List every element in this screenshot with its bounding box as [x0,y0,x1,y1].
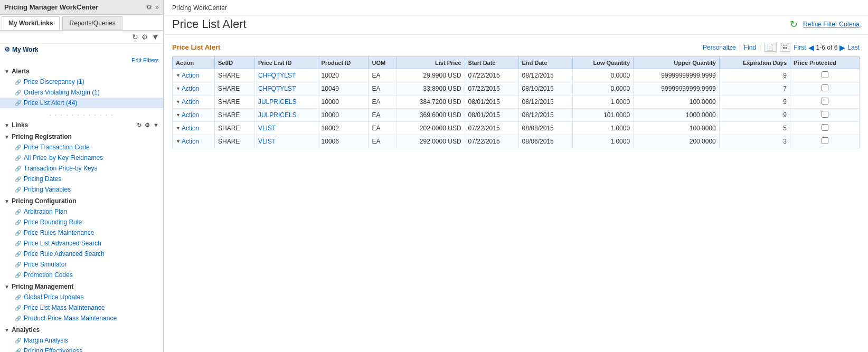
nav-item-price-list-advanced-search[interactable]: 🔗 Price List Advanced Search [0,238,163,249]
nav-item-price-simulator[interactable]: 🔗 Price Simulator [0,259,163,270]
cell-setid: SHARE [215,96,255,109]
cell-end-date: 08/12/2015 [518,69,572,82]
settings-icon[interactable]: ⚙ [141,33,148,41]
price-list-id-link[interactable]: JULPRICELS [258,111,297,119]
nav-item-price-rounding-rule[interactable]: 🔗 Price Rounding Rule [0,217,163,227]
action-dropdown[interactable]: ▼ Action [176,111,211,119]
nav-item-price-list-alert[interactable]: 🔗 Price List Alert (44) [0,98,163,108]
edit-filters[interactable]: Edit Filters [0,55,163,65]
nav-item-price-list-mass-maintenance[interactable]: 🔗 Price List Mass Maintenance [0,302,163,313]
section-pricing-management[interactable]: ▼ Pricing Management [0,280,163,292]
cell-start-date: 07/22/2015 [465,122,518,135]
nav-item-all-price-by-key-fieldnames[interactable]: 🔗 All Price-by Key Fieldnames [0,153,163,163]
main-content: Pricing WorkCenter Price List Alert ↻ Re… [164,0,868,352]
price-list-id-link[interactable]: VLIST [258,138,276,145]
cell-low-quantity: 101.0000 [572,109,633,122]
cell-setid: SHARE [215,122,255,135]
nav-item-arbitration-plan[interactable]: 🔗 Arbitration Plan [0,206,163,217]
cell-upper-quantity: 100.0000 [634,96,720,109]
cell-low-quantity: 1.0000 [572,96,633,109]
nav-item-product-price-mass-maintenance[interactable]: 🔗 Product Price Mass Maintenance [0,313,163,324]
price-list-id-link[interactable]: JULPRICELS [258,98,297,106]
section-analytics[interactable]: ▼ Analytics [0,324,163,335]
gear-icon[interactable]: ⚙ [146,4,152,11]
nav-item-pricing-dates[interactable]: 🔗 Pricing Dates [0,174,163,184]
cell-end-date: 08/10/2015 [518,82,572,96]
nav-item-margin-analysis[interactable]: 🔗 Margin Analysis [0,335,163,346]
tab-my-work-links[interactable]: My Work/Links [2,16,60,30]
cell-setid: SHARE [215,135,255,148]
action-dropdown[interactable]: ▼ Action [176,138,211,145]
nav-item-price-transaction-code[interactable]: 🔗 Price Transaction Code [0,142,163,153]
cell-price-protected [790,69,860,82]
refresh-links-icon[interactable]: ↻ [137,122,141,129]
refresh-icon[interactable]: ↻ [132,33,138,41]
col-uom: UOM [369,57,397,69]
nav-item-price-rule-advanced-search[interactable]: 🔗 Price Rule Advanced Search [0,249,163,259]
action-dropdown[interactable]: ▼ Action [176,85,211,92]
price-list-table: Action SetID Price List ID Product ID UO… [172,56,860,148]
find-link[interactable]: Find [744,44,756,51]
price-list-id-link[interactable]: CHFQTYLST [258,72,296,79]
section-alerts[interactable]: ▼ Alerts [0,65,163,77]
prev-page-icon[interactable]: ◀ [808,43,814,52]
section-pricing-registration[interactable]: ▼ Pricing Registration [0,130,163,142]
price-protected-checkbox[interactable] [822,84,828,91]
nav-item-transaction-price-by-keys[interactable]: 🔗 Transaction Price-by Keys [0,163,163,174]
cell-price-list-id: CHFQTYLST [254,82,318,96]
action-dropdown[interactable]: ▼ Action [176,98,211,106]
nav-item-pricing-variables[interactable]: 🔗 Pricing Variables [0,184,163,195]
nav-item-orders-violating-margin[interactable]: 🔗 Orders Violating Margin (1) [0,87,163,98]
cell-end-date: 08/06/2015 [518,135,572,148]
price-protected-checkbox[interactable] [822,124,828,131]
cell-action: ▼ Action [173,96,215,109]
chart-icon-btn[interactable]: ☷ [780,43,790,52]
nav-item-promotion-codes[interactable]: 🔗 Promotion Codes [0,270,163,280]
chevron-pricing-mgmt-icon: ▼ [4,284,10,290]
action-dropdown[interactable]: ▼ Action [176,125,211,132]
nav-item-price-discrepancy[interactable]: 🔗 Price Discrepancy (1) [0,77,163,87]
cell-price-list-id: JULPRICELS [254,96,318,109]
price-protected-checkbox[interactable] [822,111,828,118]
cell-price-protected [790,122,860,135]
col-upper-quantity: Upper Quantity [634,57,720,69]
tab-reports-queries[interactable]: Reports/Queries [62,16,122,30]
sidebar: Pricing Manager WorkCenter ⚙ » My Work/L… [0,0,164,352]
refresh-page-icon[interactable]: ↻ [790,18,798,30]
cell-price-list-id: VLIST [254,135,318,148]
dropdown-icon[interactable]: ▼ [152,33,159,41]
section-links[interactable]: ▼ Links ↻ ⚙ ▼ [0,119,163,130]
nav-link-icon: 🔗 [15,348,21,353]
first-page-link[interactable]: First [794,44,806,51]
view-icon-btn[interactable]: 📄 [764,43,777,52]
cell-price-protected [790,109,860,122]
page-title: Price List Alert [172,17,247,31]
cell-list-price: 29.9900 USD [397,69,465,82]
action-dropdown[interactable]: ▼ Action [176,72,211,79]
col-price-protected: Price Protected [790,57,860,69]
personalize-link[interactable]: Personalize [703,44,736,51]
collapse-icon[interactable]: » [155,4,159,11]
nav-item-price-rules-maintenance[interactable]: 🔗 Price Rules Maintenance [0,227,163,238]
dropdown-links-icon[interactable]: ▼ [153,122,159,129]
last-page-link[interactable]: Last [847,44,860,51]
price-protected-checkbox[interactable] [822,71,828,78]
price-list-id-link[interactable]: VLIST [258,125,276,132]
table-row: ▼ ActionSHAREJULPRICELS10000EA369.6000 U… [173,109,860,122]
nav-link-icon: 🔗 [15,305,21,311]
price-protected-checkbox[interactable] [822,98,828,104]
refine-filter-link[interactable]: Refine Filter Criteria [803,21,860,28]
nav-item-global-price-updates[interactable]: 🔗 Global Price Updates [0,292,163,302]
cell-price-list-id: JULPRICELS [254,109,318,122]
price-list-id-link[interactable]: CHFQTYLST [258,85,296,92]
settings-links-icon[interactable]: ⚙ [145,122,150,129]
nav-link-icon: 🔗 [15,155,21,161]
next-page-icon[interactable]: ▶ [839,43,845,52]
price-protected-checkbox[interactable] [822,137,828,144]
cell-product-id: 10002 [318,122,369,135]
nav-link-icon: 🔗 [15,241,21,246]
nav-item-pricing-effectiveness[interactable]: 🔗 Pricing Effectiveness [0,346,163,352]
section-pricing-configuration[interactable]: ▼ Pricing Configuration [0,195,163,206]
action-arrow-icon: ▼ [176,73,181,78]
separator2: | [759,44,761,51]
